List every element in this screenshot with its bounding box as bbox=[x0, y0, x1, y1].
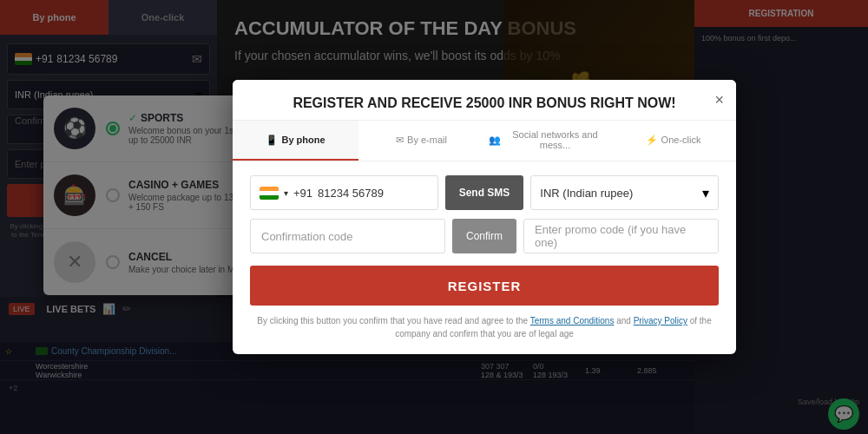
modal-tab-oneclick[interactable]: ⚡ One-click bbox=[610, 121, 736, 161]
india-flag-modal bbox=[260, 187, 279, 200]
modal-tab-email[interactable]: ✉ By e-mail bbox=[358, 121, 484, 161]
terms-link[interactable]: Terms and Conditions bbox=[530, 316, 615, 326]
confirmation-code-input-modal[interactable]: Confirmation code bbox=[250, 219, 445, 253]
modal-currency-dropdown[interactable]: INR (Indian rupee) ▾ bbox=[530, 175, 719, 210]
modal-tab-social[interactable]: 👥 Social networks and mess... bbox=[484, 121, 610, 161]
modal-phone-input[interactable]: ▾ +91 81234 56789 bbox=[250, 175, 438, 210]
chevron-down-icon-modal: ▾ bbox=[702, 185, 709, 201]
social-tab-icon: 👥 bbox=[489, 135, 501, 146]
register-button-modal[interactable]: REGISTER bbox=[250, 266, 719, 306]
phone-tab-icon: 📱 bbox=[266, 135, 278, 146]
modal-tab-phone[interactable]: 📱 By phone bbox=[233, 121, 358, 161]
modal-body: ▾ +91 81234 56789 Send SMS INR (Indian r… bbox=[233, 161, 736, 354]
modal-phone-row: ▾ +91 81234 56789 Send SMS INR (Indian r… bbox=[250, 175, 719, 210]
modal-tabs: 📱 By phone ✉ By e-mail 👥 Social networks… bbox=[233, 121, 736, 161]
modal-confirm-row: Confirmation code Confirm Enter promo co… bbox=[250, 219, 719, 253]
modal-title: REGISTER AND RECEIVE 25000 INR BONUS RIG… bbox=[250, 95, 719, 111]
privacy-link[interactable]: Privacy Policy bbox=[634, 316, 687, 326]
confirm-button-modal[interactable]: Confirm bbox=[452, 219, 516, 253]
modal-header: REGISTER AND RECEIVE 25000 INR BONUS RIG… bbox=[233, 80, 736, 121]
send-sms-button[interactable]: Send SMS bbox=[445, 175, 524, 210]
promo-code-input-modal[interactable]: Enter promo code (if you have one) bbox=[523, 219, 719, 253]
modal-terms: By clicking this button you confirm that… bbox=[250, 314, 719, 340]
dropdown-arrow-flag: ▾ bbox=[284, 188, 288, 198]
oneclick-tab-icon: ⚡ bbox=[646, 135, 658, 146]
modal-close-button[interactable]: × bbox=[714, 92, 724, 108]
registration-modal: REGISTER AND RECEIVE 25000 INR BONUS RIG… bbox=[233, 80, 736, 354]
email-tab-icon: ✉ bbox=[396, 135, 404, 146]
